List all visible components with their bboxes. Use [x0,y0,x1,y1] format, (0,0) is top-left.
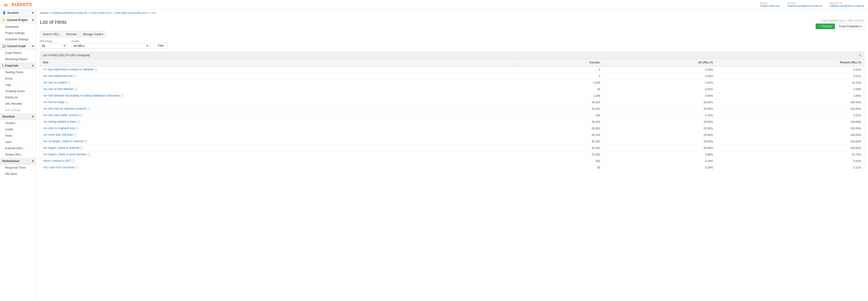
help-icon: ? [75,166,78,169]
hint-link[interactable]: <a> has no href attribute [43,87,73,91]
table-row: <a> link uses mailto: protocol?2360.15%0… [40,112,864,119]
recrawl-button[interactable]: Recrawl [63,31,80,37]
sidebar-item-project-settings[interactable]: Project Settings [0,30,36,36]
breadcrumb-project[interactable]: Project tutkit.com [91,11,110,14]
all-pct-cell: 3.02% [603,80,716,86]
col-counter: Counter [513,59,603,66]
counter-cell: 45,303 [513,119,603,125]
sidebar-item-file-sizes[interactable]: File Sizes [0,171,36,177]
cluster-select[interactable]: All URLs [71,43,151,49]
sidebar-item-links[interactable]: Links [0,139,36,145]
related-pct-cell: 0.01% [716,66,864,73]
sidebar-performance-header[interactable]: Performance ▾ [0,158,36,165]
table-header-bar: List of Hints (153,274 URLs Analyzed) ⧉ [40,52,864,59]
hint-link[interactable]: <*> has malformed or empty src attribute [43,68,93,71]
finished-button[interactable]: ✓ Finished [816,24,835,29]
hint-link[interactable]: <form> method is GET [43,159,71,163]
hint-link[interactable]: <a> has no content [43,81,67,84]
sidebar-current-project-header[interactable]: 📁Current Project ▾ [0,17,36,24]
related-pct-cell: 0.01% [716,73,864,80]
sidebar-item-logs[interactable]: Logs [0,82,36,88]
crawl-icon: 🔄 [2,45,6,48]
breadcrumb-crawl[interactable]: Crawl https://www.tutkit.com/ [114,11,147,14]
sidebar-item-scripting-issues[interactable]: Scripting Issues [0,88,36,94]
hint-link[interactable]: <a> no target=_blank to external [43,140,83,143]
all-pct-cell: 9.98% [603,151,716,158]
sidebar-account-header[interactable]: 👤Account ▾ [0,9,36,17]
main-content: Audisto ▶ matthias.petri@4eck-media.de ▶… [36,9,868,301]
sidebar-crawl-info-header[interactable]: ℹCrawl Info ▾ [0,62,36,69]
hint-group-select[interactable]: All [40,43,68,49]
logo: AUDISTO [4,2,32,7]
hint-link[interactable]: <h1> and <h2> not found [43,166,74,169]
sidebar-item-monitoring-report[interactable]: Monitoring Report [0,56,36,62]
counter-cell: 45,303 [513,125,603,132]
related-pct-cell: 100.00% [716,119,864,125]
sidebar-item-external-urls[interactable]: External URLs [0,145,36,152]
help-icon: ? [75,127,79,130]
hint-link[interactable]: <a> link uses mailto: protocol [43,113,79,117]
filter-button[interactable]: Filter [154,43,167,49]
table-row: <a> href attribute has leading or traili… [40,92,864,99]
sidebar-item-robots-txt[interactable]: Robots.txt [0,94,36,101]
manage-crawl-button[interactable]: Manage Crawl ▾ [81,31,106,37]
filter-row: Hint Group All Cluster All URLs Filter [36,39,868,52]
all-pct-cell: 0.18% [603,158,716,164]
sidebar-item-crawl-report[interactable]: Crawl Report [0,50,36,56]
hint-link[interactable]: <a> href attribute has leading or traili… [43,94,120,97]
related-pct-cell: 0.21% [716,164,864,171]
sidebar-item-dashboard[interactable]: Dashboard [0,24,36,30]
counter-cell: 236 [513,112,603,119]
hint-cell: <h1> and <h2> not found? [40,164,513,171]
table-row: <a> no target=_blank to external?45,3032… [40,138,864,145]
breadcrumb-audisto[interactable]: Audisto [40,11,49,14]
cluster-label: Cluster [71,39,151,43]
hint-link[interactable]: <a> linking relative to base [43,120,76,124]
sidebar-current-crawl-header[interactable]: 🔄Current Crawl ▾ [0,43,36,50]
all-pct-cell: 29.56% [603,138,716,145]
table-row: <h1> and <h2> not found?960.06%0.21% [40,164,864,171]
hint-cell: <a> link uses an unknown protocol? [40,106,513,112]
folder-icon: 📁 [2,19,6,22]
hint-link[interactable]: <a> link uses an unknown protocol [43,107,86,110]
sidebar-item-clusters[interactable]: Clusters [0,120,36,126]
hint-link[interactable]: <a> links to fragment only [43,127,75,130]
sidebar-item-similar-urls[interactable]: Similar URLs [0,152,36,158]
search-urls-button[interactable]: Search URLs [40,31,62,37]
all-pct-cell: 29.56% [603,119,716,125]
table-row: <a> links to fragment only?45,30329.56%1… [40,125,864,132]
sidebar-item-errors[interactable]: Errors [0,76,36,82]
table-header-title: List of Hints (153,274 URLs Analyzed) [43,54,90,57]
all-pct-cell: 0.02% [603,86,716,92]
sidebar-item-levels[interactable]: Levels [0,126,36,133]
table-row: <a> target=_blank to same domain?15,2909… [40,151,864,158]
table-section: List of Hints (153,274 URLs Analyzed) ⧉ … [36,52,868,171]
hint-cell: <a> has no href attribute? [40,86,513,92]
sidebar-structure-header[interactable]: Structure ▾ [0,113,36,120]
user-icon: 👤 [2,11,6,15]
sidebar-item-starting-points[interactable]: Starting Points [0,69,36,76]
hint-cell: <a> has malformed href? [40,73,513,80]
table-row: <a> more than 100 links?45,30329.56%100.… [40,132,864,138]
sidebar-item-scheduler-settings[interactable]: Scheduler Settings [0,36,36,43]
help-icon: ? [94,68,97,71]
help-icon: ? [73,133,77,137]
breadcrumb-account[interactable]: matthias.petri@4eck-media.de [52,11,87,14]
hint-link[interactable]: <a> href is empty [43,101,64,104]
hint-link[interactable]: <a> target=_blank to same domain [43,153,86,156]
counter-cell: 45,303 [513,145,603,151]
sidebar-item-response-times[interactable]: Response Times [0,165,36,171]
hint-link[interactable]: <a> more than 100 links [43,133,73,136]
counter-cell: 283 [513,158,603,164]
sidebar-item-hosts[interactable]: Hosts [0,133,36,139]
table-row: <a> link uses an unknown protocol?45,303… [40,106,864,112]
crawl-properties-button[interactable]: Crawl Properties ▾ [836,23,864,29]
svg-marker-1 [6,3,8,6]
hint-link[interactable]: <a> has malformed href [43,74,72,78]
sidebar-item-url-rewrites[interactable]: URL Rewrites [0,101,36,107]
hint-link[interactable]: <a> target=_blank to external [43,146,79,149]
page-header: List of Hints Crawl Finished: Aug 1, 202… [36,16,868,31]
sidebar-item-edit-settings: Edit Settings [0,107,36,113]
copy-icon[interactable]: ⧉ [859,54,861,57]
related-pct-cell: 0.06% [716,86,864,92]
